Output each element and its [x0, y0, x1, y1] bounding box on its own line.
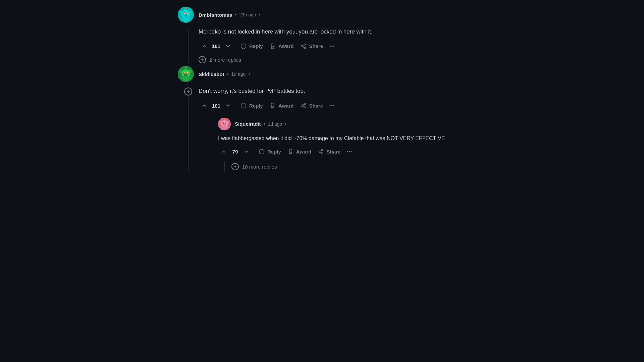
meta-dot-4: •: [248, 71, 250, 77]
reply-share-button[interactable]: Share: [315, 147, 343, 156]
reply-award-icon: [288, 149, 293, 155]
svg-point-58: [259, 149, 264, 154]
comment-meta: Dmbfantomas • 23h ago •: [199, 12, 260, 18]
share-icon-2: [300, 103, 306, 109]
comment-text: Morpeko is not locked in here with you, …: [199, 27, 466, 36]
reply-header: Siqueiradit • 1d ago •: [218, 118, 466, 130]
more-options-button-2[interactable]: ···: [327, 101, 337, 111]
right-col-2: Don't worry, it's busted for PvP battles…: [199, 87, 466, 172]
reply-button-2[interactable]: Reply: [238, 101, 266, 110]
avatar-2: [178, 66, 194, 82]
share-icon: [300, 43, 306, 49]
nested-more-replies-container: + 10 more replies: [218, 162, 466, 172]
vote-count-2: 101: [212, 103, 220, 109]
comment-row-2: Don't worry, it's busted for PvP battles…: [178, 87, 466, 172]
comment-block-2: Skididabot • 1d ago • Don't worry, it's …: [178, 66, 466, 172]
reply-meta-dot-2: •: [285, 121, 286, 127]
reply-meta: Siqueiradit • 1d ago •: [235, 121, 286, 127]
reply-reply-icon: [259, 149, 265, 155]
nested-line: [224, 162, 225, 172]
comment-row: Morpeko is not locked in here with you, …: [178, 27, 466, 63]
reply-left-col: [199, 118, 215, 172]
right-col: Morpeko is not locked in here with you, …: [199, 27, 466, 63]
upvote-icon: [201, 43, 207, 49]
reply-vote-section: 79: [218, 147, 252, 156]
downvote-button-2[interactable]: [222, 101, 234, 110]
svg-point-51: [225, 122, 226, 123]
reply-more-replies-icon: +: [231, 163, 239, 170]
reply-more-replies-button[interactable]: + 10 more replies: [231, 162, 277, 172]
thread-collapse-button[interactable]: [184, 87, 192, 96]
more-replies-button[interactable]: + 2 more replies: [199, 56, 466, 63]
svg-point-28: [187, 72, 188, 73]
reply-username[interactable]: Siqueiradit: [235, 121, 261, 127]
comment-block: Dmbfantomas • 23h ago • Morpeko is not l…: [178, 7, 466, 63]
svg-point-54: [224, 118, 225, 119]
award-button[interactable]: Award: [267, 42, 297, 51]
reply-icon-2: [240, 103, 247, 109]
reply-share-label: Share: [326, 149, 340, 155]
reply-reply-label: Reply: [267, 149, 281, 155]
meta-dot: •: [235, 12, 236, 17]
reply-reply-button[interactable]: Reply: [256, 147, 284, 156]
username[interactable]: Dmbfantomas: [199, 12, 232, 18]
more-replies-icon: +: [199, 56, 206, 63]
svg-point-37: [241, 103, 246, 108]
svg-line-64: [320, 150, 322, 152]
reply-more-dots: ···: [346, 148, 352, 156]
svg-point-7: [187, 13, 188, 14]
reply-timestamp: 1d ago: [268, 121, 282, 127]
action-bar-2: 101 Reply: [199, 101, 466, 111]
upvote-button-2[interactable]: [199, 101, 210, 110]
meta-dot-2: •: [259, 12, 261, 17]
svg-line-19: [303, 47, 304, 48]
svg-line-20: [303, 45, 304, 46]
award-button-2[interactable]: Award: [267, 101, 297, 110]
reply-action-bar: 79 Reply: [218, 146, 466, 157]
reply-award-button[interactable]: Award: [285, 147, 314, 156]
left-col: [178, 27, 199, 63]
svg-point-31: [185, 67, 187, 68]
timestamp: 23h ago: [239, 12, 256, 17]
reply-text: I was flabbergasted when it did ~70% dam…: [218, 134, 466, 143]
comment-meta-2: Skididabot • 1d ago •: [199, 71, 250, 77]
more-options-button[interactable]: ···: [327, 41, 337, 51]
reply-award-label: Award: [296, 149, 312, 155]
svg-line-63: [320, 152, 322, 153]
share-button-2[interactable]: Share: [298, 101, 326, 110]
upvote-button[interactable]: [199, 42, 210, 51]
comment-header: Dmbfantomas • 23h ago •: [178, 7, 466, 23]
reply-button[interactable]: Reply: [238, 42, 266, 51]
reply-downvote-icon: [244, 149, 250, 155]
reply-container: Siqueiradit • 1d ago • I was flabbergast…: [199, 118, 466, 172]
award-label-2: Award: [278, 103, 294, 109]
svg-point-6: [184, 13, 185, 14]
reply-meta-dot: •: [264, 121, 265, 127]
reply-downvote-button[interactable]: [241, 147, 252, 156]
username-2[interactable]: Skididabot: [199, 71, 224, 77]
downvote-button[interactable]: [222, 42, 234, 51]
reply-avatar: [218, 118, 231, 130]
comment-text-2: Don't worry, it's busted for PvP battles…: [199, 87, 466, 96]
award-icon-2: [270, 103, 276, 109]
svg-point-27: [184, 72, 185, 73]
award-label: Award: [278, 43, 294, 49]
collapse-icon: [186, 89, 190, 94]
share-label-2: Share: [309, 103, 323, 109]
section-divider: [178, 63, 466, 66]
thread-line-2: [188, 97, 189, 172]
share-button[interactable]: Share: [298, 42, 326, 51]
svg-line-43: [303, 104, 304, 105]
reply-thread-line: [207, 118, 207, 172]
meta-dot-3: •: [227, 71, 229, 77]
reply-upvote-button[interactable]: [218, 147, 229, 156]
comments-container: Dmbfantomas • 23h ago • Morpeko is not l…: [171, 0, 473, 188]
avatar: [178, 7, 194, 23]
left-col-2: [178, 87, 199, 172]
reply-more-replies-text: 10 more replies: [242, 164, 277, 170]
vote-section: 161: [199, 42, 234, 51]
svg-point-11: [182, 16, 189, 22]
comment-header-2: Skididabot • 1d ago •: [178, 66, 466, 82]
more-dots-2: ···: [329, 102, 335, 110]
reply-more-options-button[interactable]: ···: [344, 146, 354, 157]
